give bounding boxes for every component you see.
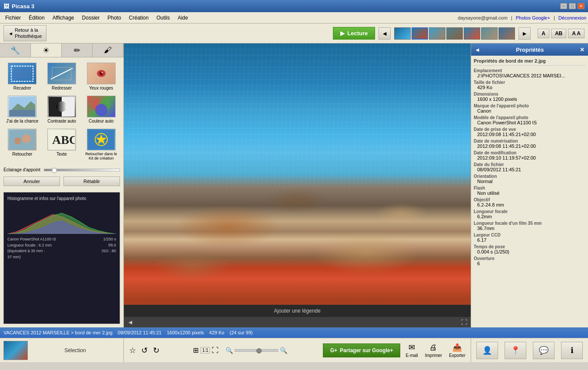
menu-edition[interactable]: Édition	[25, 14, 48, 22]
export-label: Exporter	[449, 353, 465, 358]
thumb-6[interactable]	[481, 27, 498, 40]
svg-point-17	[14, 137, 21, 144]
tool-kit-label: Retoucher dans leKit de création	[85, 152, 117, 160]
tool-yeux-rouges[interactable]: Yeux rouges	[82, 61, 120, 92]
prop-flash-label: Flash	[474, 186, 585, 190]
thumb-3[interactable]	[429, 27, 445, 40]
image-nav-left-icon[interactable]: ◄	[126, 319, 135, 326]
zoom-slider[interactable]	[235, 349, 278, 352]
view-1-1-icon[interactable]: 1:1	[200, 347, 210, 353]
properties-panel: ◄ Propriétés ✕ Propriétés de bord de mer…	[471, 43, 588, 327]
location-button[interactable]: 📍	[505, 342, 526, 359]
print-button[interactable]: 🖨 Imprimer	[423, 342, 444, 359]
caption-icon: 💬	[539, 346, 548, 355]
tool-texte[interactable]: ABC Texte	[43, 127, 81, 162]
prop-temps-pose-label: Temps de pose	[474, 244, 585, 249]
prop-taille: Taille de fichier 429 Ko	[474, 80, 585, 90]
histogram: Histogramme et infos sur l'appareil phot…	[3, 192, 120, 324]
properties-title: Propriétés	[516, 47, 544, 53]
tool-tab-basic[interactable]: ☀	[31, 43, 62, 57]
tool-couleur[interactable]: Couleur auto	[82, 94, 120, 125]
prop-ccd-label: Largeur CCD	[474, 233, 585, 237]
minimize-button[interactable]: –	[560, 3, 567, 9]
menu-dossier[interactable]: Dossier	[79, 14, 103, 22]
tool-tab-wrench[interactable]: 🔧	[0, 43, 31, 57]
prev-image-button[interactable]: ◄	[379, 27, 391, 40]
people-tag-button[interactable]: 👤	[476, 342, 498, 359]
email-button[interactable]: ✉ E-mail	[404, 342, 419, 359]
props-back-icon[interactable]: ◄	[475, 47, 480, 53]
selection-label: Sélection	[30, 347, 120, 353]
prop-date-fichier-value: 08/09/2012 11:45:21	[474, 167, 585, 172]
prop-marque-value: Canon	[474, 108, 585, 113]
rotate-left-button[interactable]: ↺	[140, 345, 149, 356]
retablir-button[interactable]: Rétablir	[63, 177, 120, 186]
menu-fichier[interactable]: Fichier	[2, 14, 24, 22]
image-container	[124, 43, 471, 305]
menu-aide[interactable]: Aide	[174, 14, 192, 22]
back-to-library-button[interactable]: ◄ Retour à laPhotothèque	[3, 25, 47, 41]
thumb-1[interactable]	[394, 27, 411, 40]
next-image-button[interactable]: ►	[518, 27, 531, 40]
menu-outils[interactable]: Outils	[153, 14, 173, 22]
export-button[interactable]: 📤 Exporter	[447, 342, 467, 359]
location-icon: 📍	[511, 346, 520, 355]
tool-yeux-thumb	[87, 63, 116, 84]
app-title: Picasa 3	[12, 3, 34, 10]
thumb-4[interactable]	[446, 27, 463, 40]
maximize-button[interactable]: □	[569, 3, 576, 9]
text-size-ab-button[interactable]: AB	[551, 29, 566, 38]
thumb-2[interactable]	[412, 27, 428, 40]
print-icon: 🖨	[429, 343, 437, 352]
prop-date-prise-label: Date de prise de vue	[474, 127, 585, 132]
prop-focale-value: 6.2mm	[474, 214, 585, 219]
tool-retoucher[interactable]: Retoucher	[3, 127, 41, 162]
menu-photo[interactable]: Photo	[104, 14, 124, 22]
histogram-info: Canon PowerShot A1100 IS 1/250 s Longueu…	[7, 237, 116, 260]
deconnexion-link[interactable]: Déconnexion	[558, 15, 586, 20]
text-size-aab-button[interactable]: A A	[568, 29, 585, 38]
prop-emplacement-label: Emplacement	[474, 68, 585, 73]
tool-chance[interactable]: J'ai de la chance	[3, 94, 41, 125]
eclairage-thumb	[52, 168, 57, 173]
prop-ouverture-value: 6	[474, 261, 585, 266]
view-fit-icon[interactable]: ⛶	[212, 347, 219, 354]
close-button[interactable]: ✕	[578, 3, 585, 9]
selection-thumbnail[interactable]	[3, 341, 28, 360]
histogram-title: Histogramme et infos sur l'appareil phot…	[7, 196, 116, 201]
tool-redresser[interactable]: Redresser	[43, 61, 81, 92]
star-button[interactable]: ☆	[127, 345, 138, 356]
rotate-right-icon: ↻	[153, 346, 159, 355]
properties-content: Propriétés de bord de mer 2.jpg Emplacem…	[471, 56, 588, 327]
tool-recadrer[interactable]: Recadrer	[3, 61, 41, 92]
image-zoom-icon[interactable]: ⛶	[459, 319, 469, 326]
tool-tab-tuning[interactable]: ✏	[62, 43, 93, 57]
annuler-button[interactable]: Annuler	[3, 177, 60, 186]
menu-affichage[interactable]: Affichage	[49, 14, 78, 22]
thumb-7[interactable]	[498, 27, 515, 40]
camera-model-info: Canon PowerShot A1100 IS 1/250 s	[7, 237, 116, 243]
props-close-icon[interactable]: ✕	[580, 47, 585, 53]
svg-rect-1	[13, 68, 31, 79]
caption-button[interactable]: 💬	[533, 342, 555, 359]
tool-kit-creation[interactable]: Retoucher dans leKit de création	[82, 127, 120, 162]
prop-orientation-value: Normal	[474, 179, 585, 184]
eclairage-slider[interactable]	[44, 169, 120, 171]
play-button[interactable]: ▶ Lecture	[333, 27, 375, 40]
menu-creation[interactable]: Création	[126, 14, 152, 22]
text-size-a-button[interactable]: A	[538, 29, 549, 38]
zoom-in-icon[interactable]: 🔍	[280, 347, 287, 354]
zoom-out-icon[interactable]: 🔍	[226, 347, 233, 354]
thumb-5[interactable]	[464, 27, 480, 40]
bottom-actions: ☆ ↺ ↻	[127, 345, 161, 356]
rotate-right-button[interactable]: ↻	[151, 345, 161, 356]
photos-google-link[interactable]: Photos Google+	[516, 15, 550, 20]
prop-date-prise: Date de prise de vue 2012:09:08 11:45:21…	[474, 127, 585, 137]
tool-tab-effects[interactable]: 🖌	[93, 43, 123, 57]
tool-contraste[interactable]: Contraste auto	[43, 94, 81, 125]
view-grid-icon[interactable]: ⊞	[193, 346, 199, 354]
tool-kit-thumb	[87, 129, 116, 150]
info-button[interactable]: ℹ	[561, 342, 583, 359]
caption-bar[interactable]: Ajouter une légende	[124, 305, 471, 317]
share-google-button[interactable]: G+ Partager sur Google+	[323, 343, 401, 357]
